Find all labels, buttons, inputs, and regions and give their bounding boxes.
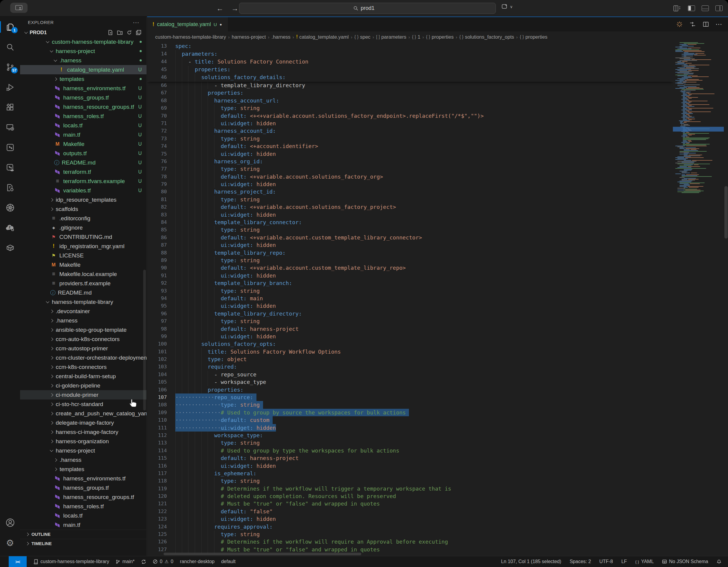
tree-item--harness[interactable]: .harness [20, 455, 146, 465]
refresh-icon[interactable] [127, 30, 132, 35]
tree-item--harness[interactable]: .harness [20, 56, 146, 65]
code-line-116[interactable]: 116ui:widget: hidden [147, 462, 673, 470]
activity-explorer[interactable]: 1 [0, 20, 20, 34]
copilot-menu[interactable]: ∨ [502, 4, 513, 10]
tree-item-ccm-k8s-connectors[interactable]: ccm-k8s-connectors [20, 362, 146, 372]
activity-containers[interactable] [0, 241, 20, 255]
vertical-scrollbar[interactable] [724, 186, 728, 238]
code-line-83[interactable]: 83ui:widget: hidden [147, 211, 673, 218]
sidebar-scrollbar[interactable] [143, 270, 146, 411]
timeline-section[interactable]: TIMELINE [20, 539, 146, 548]
code-line-111[interactable]: 111··············ui:widget: hidden [147, 424, 673, 432]
code-editor[interactable]: 13spec:14parameters:44- title: Solutions… [147, 42, 728, 556]
code-line-104[interactable]: 104- repo_source [147, 371, 673, 378]
code-line-77[interactable]: 77type: string [147, 165, 673, 173]
branch-status-item[interactable]: main* [116, 559, 135, 564]
tab-catalog-template-yaml[interactable]: ! catalog_template.yaml U ● [147, 17, 228, 31]
k8s-namespace-item[interactable]: default [221, 559, 235, 564]
code-line-114[interactable]: 114# Used to group by type the workspace… [147, 447, 673, 454]
code-line-93[interactable]: 93type: string [147, 287, 673, 295]
code-line-112[interactable]: 112workspace_type: [147, 432, 673, 439]
code-line-69[interactable]: 69type: string [147, 104, 673, 112]
breadcrumb-item[interactable]: harness-project [232, 34, 266, 40]
tree-item-providers-tf-example[interactable]: ≡providers.tf.example [20, 279, 146, 288]
tree-item-harness-ci-image-factory[interactable]: harness-ci-image-factory [20, 427, 146, 437]
breadcrumb-item[interactable]: custom-harness-template-library [155, 34, 226, 40]
tree-item-scaffolds[interactable]: scaffolds [20, 204, 146, 214]
tree-item-templates[interactable]: templates [20, 74, 146, 84]
eol-item[interactable]: LF [621, 559, 627, 564]
tree-item-harness-project[interactable]: harness-project [20, 46, 146, 56]
code-line-84[interactable]: 84template_library_connector: [147, 218, 673, 226]
activity-search[interactable] [0, 40, 20, 54]
code-line-92[interactable]: 92template_library_branch: [147, 279, 673, 287]
code-line-68[interactable]: 68harness_account_url: [147, 97, 673, 104]
code-line-118[interactable]: 118type: string [147, 477, 673, 485]
tree-item-harness-environments-tf[interactable]: harness_environments.tf [20, 474, 146, 483]
editor-more-icon[interactable]: ⋯ [715, 20, 722, 28]
tree-item-idp-registration-mgr-yaml[interactable]: !idp_registration_mgr.yaml [20, 241, 146, 251]
code-line-85[interactable]: 85type: string [147, 226, 673, 233]
tree-item-locals-tf[interactable]: locals.tf [20, 511, 146, 520]
harness-run-icon[interactable] [676, 21, 683, 28]
tree-item-readme-md[interactable]: iREADME.mdU [20, 158, 146, 167]
tree-item-central-build-farm-setup[interactable]: central-build-farm-setup [20, 372, 146, 381]
tree-item-harness-resource-groups-tf[interactable]: harness_resource_groups.tfU [20, 102, 146, 111]
tree-item-harness-groups-tf[interactable]: harness_groups.tf [20, 483, 146, 492]
activity-terraform-cloud[interactable] [0, 161, 20, 174]
notifications-bell[interactable] [717, 559, 721, 564]
k8s-context-item[interactable]: rancher-desktop [180, 559, 215, 564]
new-file-icon[interactable] [108, 30, 113, 35]
code-line-96[interactable]: 96template_library_directory: [147, 310, 673, 318]
code-line-91[interactable]: 91ui:widget: hidden [147, 272, 673, 279]
activity-codegen[interactable] [0, 181, 20, 194]
project-root-row[interactable]: PROD1 [20, 28, 146, 37]
code-line-46[interactable]: 46solutions_factory_details: [147, 73, 673, 81]
tree-item-ccm-autostop-primer[interactable]: ccm-autostop-primer [20, 344, 146, 353]
remote-indicator[interactable]: >< [9, 556, 27, 567]
code-line-121[interactable]: 121# Must be "true" or "false" and wrapp… [147, 500, 673, 507]
breadcrumb-item[interactable]: .harness [271, 34, 290, 40]
tree-item-harness-environments-tf[interactable]: harness_environments.tfU [20, 84, 146, 93]
tab-dirty-dot[interactable]: ● [220, 22, 222, 27]
tree-item-harness-groups-tf[interactable]: harness_groups.tfU [20, 93, 146, 102]
tree-item-license[interactable]: ⚑LICENSE [20, 251, 146, 260]
toggle-secondary-sidebar-icon[interactable] [715, 5, 723, 11]
code-line-122[interactable]: 122default: "false" [147, 508, 673, 515]
code-line-13[interactable]: 13spec: [147, 42, 673, 50]
code-line-86[interactable]: 86default: <+variable.account.custom_tem… [147, 234, 673, 241]
tree-item-ci-sto-hcr-standard[interactable]: ci-sto-hcr-standard [20, 400, 146, 409]
toggle-panel-icon[interactable] [702, 5, 709, 11]
account-icon[interactable] [0, 516, 20, 530]
activity-terraform[interactable] [0, 140, 20, 154]
code-line-113[interactable]: 113type: string [147, 439, 673, 447]
code-line-89[interactable]: 89type: string [147, 256, 673, 264]
code-line-76[interactable]: 76harness_org_id: [147, 158, 673, 165]
code-line-107[interactable]: 107············repo_source: [147, 394, 673, 401]
activity-extensions[interactable] [0, 100, 20, 114]
tree-item-main-tf[interactable]: main.tfU [20, 130, 146, 139]
settings-gear-icon[interactable]: ⚙ [0, 536, 20, 550]
tree-item-ansible-step-group-template[interactable]: ansible-step-group-template [20, 325, 146, 335]
code-line-45[interactable]: 45properties: [147, 66, 673, 73]
problems-status-item[interactable]: 0 ⚠ 0 [153, 559, 173, 564]
activity-kubernetes[interactable] [0, 201, 20, 214]
tree-item-harness-template-library[interactable]: harness-template-library [20, 297, 146, 307]
code-line-123[interactable]: 123ui:widget: hidden [147, 515, 673, 523]
code-line-67[interactable]: 67properties: [147, 89, 673, 96]
horizontal-scrollbar[interactable] [164, 553, 361, 555]
code-line-120[interactable]: 120# deleted upon completion. Resources … [147, 492, 673, 500]
code-line-101[interactable]: 101title: Solutions Factory Workflow Opt… [147, 348, 673, 356]
code-line-90[interactable]: 90default: <+variable.account.custom_tem… [147, 264, 673, 271]
new-folder-icon[interactable] [117, 30, 123, 35]
code-line-72[interactable]: 72harness_account_id: [147, 127, 673, 134]
tree-item-catalog-template-yaml[interactable]: !catalog_template.yamlU [20, 65, 146, 74]
code-line-81[interactable]: 81type: string [147, 196, 673, 203]
window-tab-overview-button[interactable] [10, 3, 28, 13]
code-line-44[interactable]: 44- title: Solutions Factory Connection [147, 58, 673, 66]
code-line-125[interactable]: 125type: string [147, 530, 673, 538]
tree-item--harness[interactable]: .harness [20, 316, 146, 325]
tree-item-ci-golden-pipeline[interactable]: ci-golden-pipeline [20, 381, 146, 390]
activity-source-control[interactable]: 57 [0, 60, 20, 74]
split-editor-icon[interactable] [702, 21, 709, 28]
